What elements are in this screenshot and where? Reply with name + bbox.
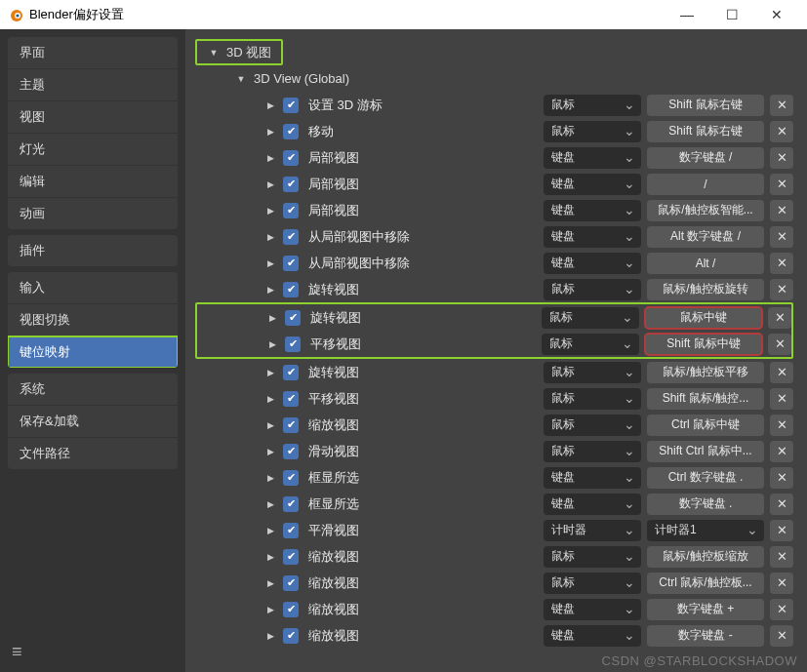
remove-binding-button[interactable] [770,200,793,221]
remove-binding-button[interactable] [770,520,793,541]
sidebar-item[interactable]: 视图切换 [8,304,178,336]
sidebar-item[interactable]: 编辑 [8,166,178,198]
sidebar-item[interactable]: 保存&加载 [8,406,178,438]
enable-checkbox[interactable] [283,549,299,565]
event-type-select[interactable]: 键盘 [544,494,641,515]
event-type-select[interactable]: 鼠标 [544,546,641,568]
sidebar-item[interactable]: 动画 [8,198,178,229]
remove-binding-button[interactable] [770,467,793,489]
event-type-select[interactable]: 键盘 [544,147,641,169]
enable-checkbox[interactable] [283,628,299,644]
key-binding-button[interactable]: 数字键盘 / [647,147,764,169]
enable-checkbox[interactable] [283,496,299,512]
enable-checkbox[interactable] [283,124,299,139]
key-binding-button[interactable]: Ctrl 鼠标中键 [647,415,764,436]
maximize-button[interactable]: ☐ [709,0,754,29]
enable-checkbox[interactable] [283,391,299,407]
sidebar-item[interactable]: 灯光 [8,134,178,166]
enable-checkbox[interactable] [283,470,299,486]
disclosure-right-icon[interactable] [263,604,277,614]
key-binding-button[interactable]: Shift 鼠标中键 [645,334,762,355]
disclosure-right-icon[interactable] [263,178,277,189]
sidebar-item[interactable]: 主题 [8,69,178,101]
remove-binding-button[interactable] [768,307,791,329]
event-type-select[interactable]: 鼠标 [542,307,639,329]
disclosure-right-icon[interactable] [263,630,277,641]
event-type-select[interactable]: 鼠标 [544,95,641,116]
event-type-select[interactable]: 鼠标 [544,362,641,383]
sidebar-item[interactable]: 插件 [8,235,178,266]
key-binding-button[interactable]: 鼠标/触控板旋转 [647,279,764,300]
key-binding-button[interactable]: Shift 鼠标右键 [647,121,764,142]
enable-checkbox[interactable] [283,229,299,245]
key-binding-button[interactable]: 鼠标/触控板平移 [647,362,764,383]
remove-binding-button[interactable] [770,415,793,436]
enable-checkbox[interactable] [285,310,301,326]
enable-checkbox[interactable] [283,150,299,166]
remove-binding-button[interactable] [770,573,793,594]
remove-binding-button[interactable] [770,226,793,248]
event-type-select[interactable]: 鼠标 [544,415,641,436]
enable-checkbox[interactable] [283,444,299,459]
event-type-select[interactable]: 键盘 [544,599,641,620]
disclosure-right-icon[interactable] [263,446,277,456]
remove-binding-button[interactable] [770,546,793,568]
event-type-select[interactable]: 鼠标 [544,279,641,300]
event-type-select[interactable]: 键盘 [544,625,641,647]
remove-binding-button[interactable] [770,362,793,383]
disclosure-right-icon[interactable] [263,284,277,295]
event-type-select[interactable]: 鼠标 [544,121,641,142]
enable-checkbox[interactable] [283,365,299,380]
sidebar-item[interactable]: 系统 [8,374,178,406]
disclosure-right-icon[interactable] [263,152,277,163]
enable-checkbox[interactable] [283,282,299,297]
remove-binding-button[interactable] [770,388,793,410]
event-type-select[interactable]: 键盘 [544,226,641,248]
remove-binding-button[interactable] [770,625,793,647]
enable-checkbox[interactable] [283,203,299,218]
key-binding-button[interactable]: Alt / [647,253,764,274]
remove-binding-button[interactable] [770,147,793,169]
key-binding-button[interactable]: Shift 鼠标/触控... [647,388,764,410]
disclosure-right-icon[interactable] [263,99,277,110]
remove-binding-button[interactable] [770,494,793,515]
disclosure-right-icon[interactable] [265,312,279,323]
sidebar-item[interactable]: 视图 [8,101,178,134]
sidebar-item[interactable]: 键位映射 [8,336,178,368]
disclosure-right-icon[interactable] [263,231,277,242]
remove-binding-button[interactable] [770,279,793,300]
disclosure-down-icon[interactable] [207,47,221,58]
remove-binding-button[interactable] [770,599,793,620]
enable-checkbox[interactable] [285,336,301,352]
remove-binding-button[interactable] [770,253,793,274]
disclosure-right-icon[interactable] [263,205,277,216]
event-type-select[interactable]: 鼠标 [544,573,641,594]
disclosure-right-icon[interactable] [263,498,277,509]
disclosure-right-icon[interactable] [263,525,277,535]
key-binding-button[interactable]: 鼠标中键 [645,307,762,329]
enable-checkbox[interactable] [283,575,299,591]
key-binding-button[interactable]: 鼠标/触控板缩放 [647,546,764,568]
disclosure-right-icon[interactable] [263,367,277,377]
event-type-select[interactable]: 键盘 [544,174,641,195]
event-type-select[interactable]: 计时器 [544,520,641,541]
remove-binding-button[interactable] [770,95,793,116]
key-binding-button[interactable]: 数字键盘 - [647,625,764,647]
remove-binding-button[interactable] [768,334,791,355]
sidebar-item[interactable]: 文件路径 [8,438,178,469]
enable-checkbox[interactable] [283,602,299,617]
enable-checkbox[interactable] [283,417,299,433]
key-binding-button[interactable]: 计时器1 [647,520,764,541]
disclosure-right-icon[interactable] [263,393,277,404]
close-button[interactable]: ✕ [754,0,799,29]
remove-binding-button[interactable] [770,174,793,195]
disclosure-right-icon[interactable] [263,551,277,562]
minimize-button[interactable]: — [665,0,709,29]
disclosure-right-icon[interactable] [263,126,277,137]
disclosure-right-icon[interactable] [265,338,279,349]
event-type-select[interactable]: 鼠标 [544,441,641,462]
disclosure-right-icon[interactable] [263,419,277,430]
sidebar-item[interactable]: 界面 [8,37,178,69]
key-binding-button[interactable]: 鼠标/触控板智能... [647,200,764,221]
section-3d-view[interactable]: 3D 视图 [195,39,283,65]
